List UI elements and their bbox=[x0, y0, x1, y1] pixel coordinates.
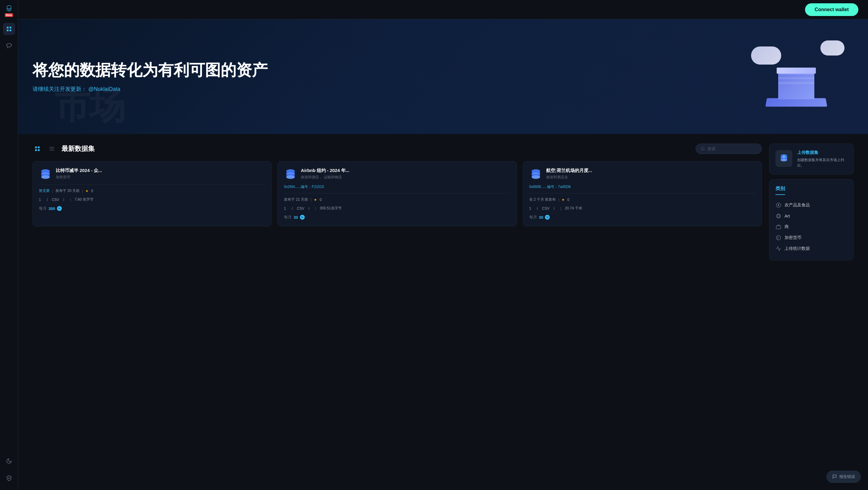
card-meta-2: 在 2 个月 前发布 | ★ 0 bbox=[529, 197, 755, 202]
art-icon bbox=[775, 213, 781, 219]
card-published-2: 在 2 个月 前发布 bbox=[529, 197, 556, 202]
svg-rect-34 bbox=[776, 226, 781, 229]
upload-dataset-card[interactable]: 上传数据集 创建数据集并将其在市场上列出。 bbox=[769, 144, 854, 174]
grid-view-button[interactable] bbox=[33, 144, 42, 153]
categories-title: 类别 bbox=[775, 185, 785, 195]
sidebar-item-legal[interactable] bbox=[3, 472, 15, 484]
svg-rect-3 bbox=[9, 30, 11, 31]
card-price-1: 每月 30 N bbox=[284, 214, 510, 220]
hero-subtitle: 请继续关注开发更新： @NuklaiData bbox=[33, 85, 739, 93]
topbar: Connect wallet bbox=[18, 0, 868, 19]
card-published-1: 发布于 21 天前 bbox=[284, 197, 308, 202]
card-author-0: 努克莱 bbox=[39, 188, 50, 194]
card-price-label-0: 每月 bbox=[39, 206, 47, 211]
card-count-0: 1 bbox=[39, 198, 41, 202]
svg-rect-4 bbox=[35, 147, 37, 148]
hero-title: 将您的数据转化为有利可图的资产 bbox=[33, 61, 739, 79]
svg-rect-7 bbox=[38, 149, 40, 151]
category-item-1[interactable]: Art bbox=[775, 211, 847, 222]
sidebar-item-theme[interactable] bbox=[3, 455, 15, 467]
card-info-1: Airbnb 纽约 - 2024 年... 旅游和酒店， 运输和物流 bbox=[301, 168, 349, 180]
category-item-4[interactable]: 上传统计数据 bbox=[775, 243, 847, 254]
beta-badge: Beta bbox=[5, 13, 13, 17]
card-address-1[interactable]: 0x2f44......编号：F21515 bbox=[284, 184, 510, 190]
card-price-amount-2: 30 bbox=[539, 215, 543, 220]
content-area: 最新数据集 bbox=[18, 134, 868, 270]
svg-point-33 bbox=[776, 214, 781, 218]
svg-rect-5 bbox=[38, 147, 40, 148]
list-view-button[interactable] bbox=[47, 144, 57, 153]
page-body: 将您的数据转化为有利可图的资产 请继续关注开发更新： @NuklaiData 市… bbox=[18, 19, 868, 270]
datasets-toolbar: 最新数据集 bbox=[33, 144, 762, 154]
svg-rect-2 bbox=[7, 30, 8, 31]
section-title: 最新数据集 bbox=[61, 144, 691, 153]
report-error-button[interactable]: 报告错误 bbox=[827, 471, 861, 483]
card-category-1: 旅游和酒店， 运输和物流 bbox=[301, 175, 349, 180]
right-sidebar-panel: 上传数据集 创建数据集并将其在市场上列出。 类别 bbox=[769, 144, 854, 260]
category-label-4: 上传统计数据 bbox=[784, 246, 810, 251]
dataset-card-2[interactable]: 航空;荷兰机场的月度... 旅游和酒店业 0x6606......编号：7a45… bbox=[523, 161, 762, 226]
card-price-amount-1: 30 bbox=[293, 215, 298, 220]
card-stars-2: 0 bbox=[567, 198, 569, 202]
platform-base bbox=[765, 98, 827, 107]
token-icon-2: N bbox=[545, 215, 550, 220]
svg-line-12 bbox=[704, 150, 705, 150]
svg-rect-1 bbox=[9, 27, 11, 29]
card-meta-0: 努克莱 | 发布于 20 天前 | ★ 0 bbox=[39, 188, 265, 194]
hero-subtitle-link[interactable]: @NuklaiData bbox=[88, 86, 120, 92]
card-count-2: 1 bbox=[529, 206, 531, 211]
upload-card-title: 上传数据集 bbox=[797, 150, 847, 155]
card-category-0: 加密货币 bbox=[56, 175, 102, 180]
card-title-1: Airbnb 纽约 - 2024 年... bbox=[301, 168, 349, 173]
datasets-section: 最新数据集 bbox=[33, 144, 762, 260]
card-format-0: CSV bbox=[52, 198, 59, 202]
app-logo[interactable]: Beta bbox=[3, 5, 15, 17]
upload-card-content: 上传数据集 创建数据集并将其在市场上列出。 bbox=[797, 150, 847, 168]
category-label-3: 加密货币 bbox=[784, 235, 801, 240]
search-input[interactable] bbox=[707, 146, 757, 151]
card-info-0: 比特币减半 2024 - 众... 加密货币 bbox=[56, 168, 102, 180]
sidebar-item-announcements[interactable] bbox=[3, 40, 15, 52]
svg-point-27 bbox=[532, 175, 540, 179]
main-content: 将您的数据转化为有利可图的资产 请继续关注开发更新： @NuklaiData 市… bbox=[18, 0, 868, 490]
cloud-left-decoration bbox=[751, 47, 781, 64]
star-icon-1: ★ bbox=[314, 198, 317, 202]
search-box[interactable] bbox=[695, 144, 762, 154]
connect-wallet-button[interactable]: Connect wallet bbox=[805, 3, 858, 16]
card-format-2: CSV bbox=[542, 206, 550, 211]
cloud-right-decoration bbox=[820, 40, 844, 56]
card-price-amount-0: 300 bbox=[49, 206, 55, 211]
category-item-3[interactable]: ₿ 加密货币 bbox=[775, 232, 847, 243]
hero-subtitle-prefix: 请继续关注开发更新： bbox=[33, 86, 87, 92]
dataset-card-0[interactable]: 比特币减半 2024 - 众... 加密货币 努克莱 | 发布于 20 天前 |… bbox=[33, 161, 272, 226]
search-icon bbox=[701, 146, 705, 151]
svg-point-32 bbox=[781, 159, 787, 162]
card-stats-1: 1 （ CSV ） | 300.51兆字节 bbox=[284, 206, 510, 211]
card-format-1: CSV bbox=[297, 206, 304, 211]
db-icon-2 bbox=[529, 168, 542, 181]
svg-point-17 bbox=[41, 175, 50, 179]
category-item-2[interactable]: 商 bbox=[775, 222, 847, 232]
card-price-2: 每月 30 N bbox=[529, 214, 755, 220]
card-separator-1 bbox=[284, 193, 510, 194]
card-price-0: 每月 300 N bbox=[39, 206, 265, 211]
hero-text-block: 将您的数据转化为有利可图的资产 请继续关注开发更新： @NuklaiData bbox=[33, 61, 739, 93]
categories-list: 农产品及食品 Art bbox=[775, 200, 847, 254]
leaf-icon bbox=[775, 202, 781, 208]
star-icon-0: ★ bbox=[85, 189, 89, 193]
card-size-0: 7.60 兆字节 bbox=[75, 197, 94, 202]
dataset-card-1[interactable]: Airbnb 纽约 - 2024 年... 旅游和酒店， 运输和物流 0x2f4… bbox=[278, 161, 517, 226]
card-count-1: 1 bbox=[284, 206, 286, 211]
sidebar: Beta bbox=[0, 0, 18, 490]
star-icon-2: ★ bbox=[561, 198, 565, 202]
card-address-2[interactable]: 0x6606......编号：7a45D8 bbox=[529, 184, 755, 190]
card-price-label-1: 每月 bbox=[284, 214, 292, 220]
card-published-0: 发布于 20 天前 bbox=[56, 188, 80, 194]
cards-grid: 比特币减半 2024 - 众... 加密货币 努克莱 | 发布于 20 天前 |… bbox=[33, 161, 762, 226]
db-icon-0 bbox=[39, 168, 52, 181]
svg-point-11 bbox=[701, 147, 704, 150]
category-item-0[interactable]: 农产品及食品 bbox=[775, 200, 847, 211]
upload-icon-wrap bbox=[775, 150, 792, 167]
card-stats-2: 1 （ CSV ） | 20.74 千米 bbox=[529, 206, 755, 211]
sidebar-item-marketplace[interactable] bbox=[3, 23, 15, 35]
